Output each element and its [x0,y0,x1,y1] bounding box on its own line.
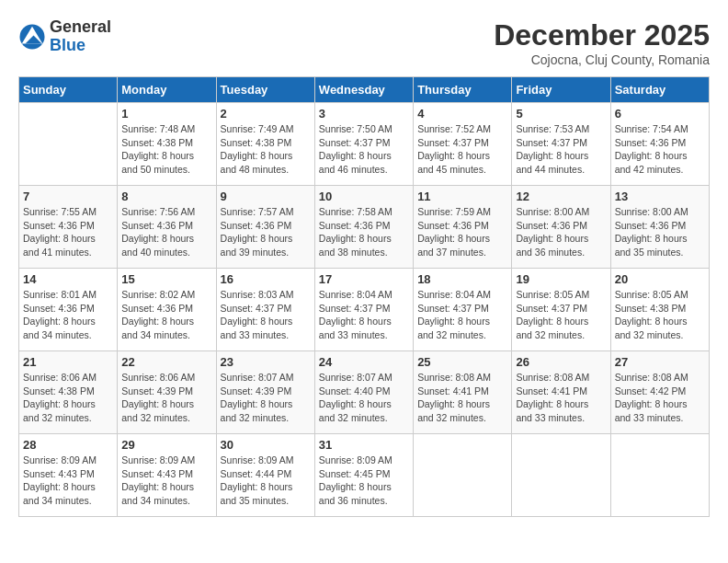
day-cell: 31Sunrise: 8:09 AM Sunset: 4:45 PM Dayli… [314,434,413,517]
day-info: Sunrise: 8:04 AM Sunset: 4:37 PM Dayligh… [319,288,409,342]
day-number: 20 [615,272,705,286]
page-header: General Blue December 2025 Cojocna, Cluj… [18,18,710,67]
column-header-tuesday: Tuesday [216,77,314,103]
day-cell: 2Sunrise: 7:49 AM Sunset: 4:38 PM Daylig… [216,103,314,186]
day-cell: 7Sunrise: 7:55 AM Sunset: 4:36 PM Daylig… [19,186,118,269]
day-info: Sunrise: 7:58 AM Sunset: 4:36 PM Dayligh… [319,205,409,259]
calendar-table: SundayMondayTuesdayWednesdayThursdayFrid… [18,76,710,517]
day-number: 12 [516,190,606,203]
day-info: Sunrise: 8:09 AM Sunset: 4:43 PM Dayligh… [121,454,211,508]
day-cell: 27Sunrise: 8:08 AM Sunset: 4:42 PM Dayli… [610,351,709,434]
day-number: 4 [417,107,507,121]
day-info: Sunrise: 7:52 AM Sunset: 4:37 PM Dayligh… [417,122,507,177]
day-cell: 15Sunrise: 8:02 AM Sunset: 4:36 PM Dayli… [118,269,216,351]
day-info: Sunrise: 8:07 AM Sunset: 4:39 PM Dayligh… [221,371,311,425]
day-info: Sunrise: 8:04 AM Sunset: 4:37 PM Dayligh… [417,288,507,342]
day-number: 14 [23,272,113,286]
column-header-sunday: Sunday [19,77,118,103]
day-info: Sunrise: 8:05 AM Sunset: 4:38 PM Dayligh… [615,288,705,342]
day-number: 3 [319,107,409,121]
day-cell [414,434,512,517]
day-info: Sunrise: 8:05 AM Sunset: 4:37 PM Dayligh… [516,288,606,342]
day-cell: 3Sunrise: 7:50 AM Sunset: 4:37 PM Daylig… [314,103,413,186]
day-cell [512,434,610,517]
day-cell: 9Sunrise: 7:57 AM Sunset: 4:36 PM Daylig… [216,186,314,269]
day-number: 1 [121,107,211,121]
day-cell: 4Sunrise: 7:52 AM Sunset: 4:37 PM Daylig… [414,103,512,186]
day-cell: 22Sunrise: 8:06 AM Sunset: 4:39 PM Dayli… [118,351,216,434]
day-number: 13 [615,190,705,203]
logo-icon [18,23,46,51]
day-cell: 16Sunrise: 8:03 AM Sunset: 4:37 PM Dayli… [216,269,314,351]
day-cell: 25Sunrise: 8:08 AM Sunset: 4:41 PM Dayli… [414,351,512,434]
calendar-header: SundayMondayTuesdayWednesdayThursdayFrid… [19,77,710,103]
day-cell: 29Sunrise: 8:09 AM Sunset: 4:43 PM Dayli… [118,434,216,517]
day-number: 28 [23,438,113,452]
week-row-1: 1Sunrise: 7:48 AM Sunset: 4:38 PM Daylig… [19,103,710,186]
day-cell: 21Sunrise: 8:06 AM Sunset: 4:38 PM Dayli… [19,351,118,434]
week-row-3: 14Sunrise: 8:01 AM Sunset: 4:36 PM Dayli… [19,269,710,351]
day-info: Sunrise: 8:00 AM Sunset: 4:36 PM Dayligh… [615,205,705,259]
day-number: 30 [221,438,311,452]
day-number: 16 [221,272,311,286]
day-cell: 18Sunrise: 8:04 AM Sunset: 4:37 PM Dayli… [414,269,512,351]
day-info: Sunrise: 7:48 AM Sunset: 4:38 PM Dayligh… [121,122,211,177]
day-number: 19 [516,272,606,286]
logo: General Blue [18,18,111,55]
day-info: Sunrise: 7:49 AM Sunset: 4:38 PM Dayligh… [221,122,311,177]
day-cell: 6Sunrise: 7:54 AM Sunset: 4:36 PM Daylig… [610,103,709,186]
day-cell: 12Sunrise: 8:00 AM Sunset: 4:36 PM Dayli… [512,186,610,269]
subtitle: Cojocna, Cluj County, Romania [494,52,710,67]
day-number: 5 [516,107,606,121]
day-info: Sunrise: 7:57 AM Sunset: 4:36 PM Dayligh… [221,205,311,259]
day-cell: 14Sunrise: 8:01 AM Sunset: 4:36 PM Dayli… [19,269,118,351]
day-number: 10 [319,190,409,203]
day-info: Sunrise: 8:01 AM Sunset: 4:36 PM Dayligh… [23,288,113,342]
day-info: Sunrise: 8:06 AM Sunset: 4:38 PM Dayligh… [23,371,113,425]
day-info: Sunrise: 8:03 AM Sunset: 4:37 PM Dayligh… [221,288,311,342]
column-header-friday: Friday [512,77,610,103]
logo-general-text: General [50,18,111,37]
day-info: Sunrise: 7:53 AM Sunset: 4:37 PM Dayligh… [516,122,606,177]
day-number: 11 [417,190,507,203]
day-number: 2 [221,107,311,121]
day-number: 22 [121,355,211,369]
day-cell: 10Sunrise: 7:58 AM Sunset: 4:36 PM Dayli… [314,186,413,269]
day-cell: 23Sunrise: 8:07 AM Sunset: 4:39 PM Dayli… [216,351,314,434]
day-cell: 24Sunrise: 8:07 AM Sunset: 4:40 PM Dayli… [314,351,413,434]
day-number: 25 [417,355,507,369]
day-info: Sunrise: 8:07 AM Sunset: 4:40 PM Dayligh… [319,371,409,425]
day-info: Sunrise: 8:09 AM Sunset: 4:44 PM Dayligh… [221,454,311,508]
day-cell: 1Sunrise: 7:48 AM Sunset: 4:38 PM Daylig… [118,103,216,186]
day-number: 15 [121,272,211,286]
header-row: SundayMondayTuesdayWednesdayThursdayFrid… [19,77,710,103]
day-number: 29 [121,438,211,452]
day-info: Sunrise: 8:08 AM Sunset: 4:42 PM Dayligh… [615,371,705,425]
day-cell: 11Sunrise: 7:59 AM Sunset: 4:36 PM Dayli… [414,186,512,269]
day-cell: 13Sunrise: 8:00 AM Sunset: 4:36 PM Dayli… [610,186,709,269]
week-row-2: 7Sunrise: 7:55 AM Sunset: 4:36 PM Daylig… [19,186,710,269]
day-number: 23 [221,355,311,369]
logo-blue-text: Blue [50,37,111,55]
day-info: Sunrise: 7:54 AM Sunset: 4:36 PM Dayligh… [615,122,705,177]
day-info: Sunrise: 8:00 AM Sunset: 4:36 PM Dayligh… [516,205,606,259]
day-cell [19,103,118,186]
day-info: Sunrise: 8:06 AM Sunset: 4:39 PM Dayligh… [121,371,211,425]
week-row-5: 28Sunrise: 8:09 AM Sunset: 4:43 PM Dayli… [19,434,710,517]
column-header-thursday: Thursday [414,77,512,103]
day-info: Sunrise: 7:50 AM Sunset: 4:37 PM Dayligh… [319,122,409,177]
day-number: 21 [23,355,113,369]
day-number: 18 [417,272,507,286]
column-header-wednesday: Wednesday [314,77,413,103]
day-cell: 19Sunrise: 8:05 AM Sunset: 4:37 PM Dayli… [512,269,610,351]
day-number: 9 [221,190,311,203]
day-cell: 20Sunrise: 8:05 AM Sunset: 4:38 PM Dayli… [610,269,709,351]
day-cell: 8Sunrise: 7:56 AM Sunset: 4:36 PM Daylig… [118,186,216,269]
title-block: December 2025 Cojocna, Cluj County, Roma… [494,18,710,67]
week-row-4: 21Sunrise: 8:06 AM Sunset: 4:38 PM Dayli… [19,351,710,434]
day-info: Sunrise: 7:56 AM Sunset: 4:36 PM Dayligh… [121,205,211,259]
day-info: Sunrise: 8:09 AM Sunset: 4:45 PM Dayligh… [319,454,409,508]
day-cell: 5Sunrise: 7:53 AM Sunset: 4:37 PM Daylig… [512,103,610,186]
day-number: 27 [615,355,705,369]
day-cell: 30Sunrise: 8:09 AM Sunset: 4:44 PM Dayli… [216,434,314,517]
